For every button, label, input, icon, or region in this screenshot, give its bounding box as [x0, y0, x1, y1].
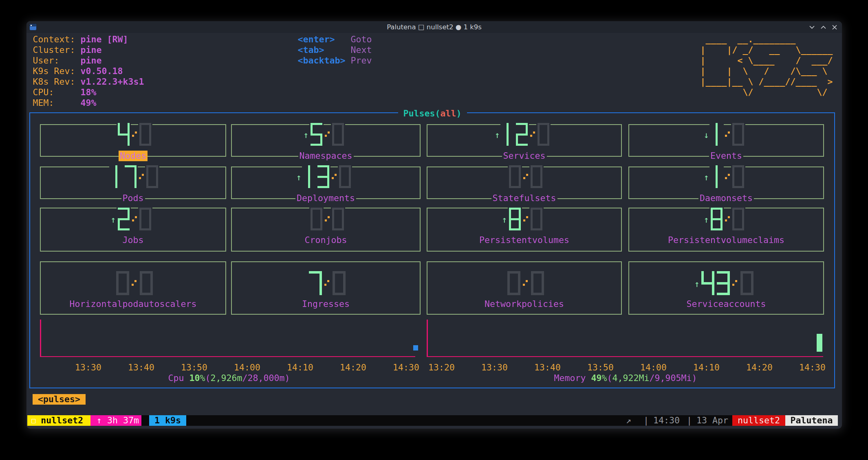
time-tick: 13:50	[587, 362, 614, 373]
tmux-window-name: 1 k9s	[154, 415, 181, 426]
chart-x-axis	[40, 356, 415, 357]
chart-y-axis	[427, 320, 428, 357]
digit-0	[309, 208, 324, 230]
digit-0	[138, 123, 152, 146]
tmux-session-segment[interactable]: □ nullset2	[27, 415, 90, 426]
menu-action: Next	[350, 45, 372, 55]
window-title: Palutena □ nullset2 ● 1 k9s	[387, 23, 482, 31]
tile-label-services[interactable]: Services	[502, 151, 547, 161]
separator-dot	[328, 131, 330, 134]
trend-up-icon: ↑	[304, 130, 309, 140]
memory-usage-bar	[817, 334, 822, 352]
digit-4	[700, 271, 716, 295]
pulses-title-prefix: Pulses(	[403, 108, 441, 119]
cluster-info-row: K8s Rev:v1.22.3+k3s1	[33, 77, 144, 87]
trend-down-icon: ↓	[704, 130, 709, 140]
digit-0	[530, 271, 545, 295]
time-tick: 14:30	[799, 362, 826, 373]
menu-key[interactable]: <tab>	[297, 45, 324, 55]
time-tick: 14:00	[234, 362, 260, 373]
uptime-arrow-icon: ↑	[97, 415, 102, 426]
chart-x-axis	[427, 356, 823, 357]
breadcrumb-text: <pulses>	[38, 394, 80, 405]
digit-0	[138, 208, 152, 230]
tile-label-cronjobs[interactable]: Cronjobs	[304, 235, 348, 245]
digit-3	[316, 165, 330, 188]
memory-chart-title: Memory 49%(4,922Mi/9,905Mi)	[554, 373, 697, 383]
menu-action: Goto	[350, 34, 372, 45]
tile-label-ingresses[interactable]: Ingresses	[301, 299, 351, 309]
separator-dot	[530, 135, 532, 137]
window-controls	[809, 21, 837, 33]
tmux-host-session-segment: nullset2	[732, 415, 785, 426]
menu-key[interactable]: <backtab>	[297, 55, 345, 66]
digit-0	[508, 165, 522, 188]
tile-label-statefulsets[interactable]: Statefulsets	[491, 193, 557, 204]
time-tick: 14:10	[693, 362, 720, 373]
digit-7	[123, 165, 138, 188]
tile-label-networkpolicies[interactable]: Networkpolicies	[483, 299, 565, 309]
breadcrumb-pulses[interactable]: <pulses>	[33, 394, 86, 405]
time-tick: 13:30	[75, 362, 101, 373]
digit-0	[731, 123, 745, 146]
separator-dot	[135, 131, 137, 134]
trend-up-icon: ↑	[704, 215, 709, 225]
tile-label-persistentvolumeclaims[interactable]: Persistentvolumeclaims	[667, 235, 786, 245]
digit-0	[331, 123, 345, 146]
time-tick: 14:30	[393, 362, 419, 373]
digit-0	[731, 208, 745, 230]
digit-0	[506, 271, 522, 295]
minimize-icon[interactable]	[809, 26, 815, 29]
tmux-uptime-segment: ↑3h 37m	[90, 415, 141, 426]
digit-0	[731, 165, 745, 188]
digit-0	[331, 208, 345, 230]
cluster-info-value: v0.50.18	[80, 66, 123, 76]
separator-dot	[135, 216, 137, 218]
separator-dot	[325, 219, 327, 221]
tile-label-namespaces[interactable]: Namespaces	[298, 151, 354, 161]
terminal-app-icon	[29, 24, 37, 32]
separator-dot	[324, 284, 326, 286]
trend-up-icon: ↑	[502, 215, 507, 225]
tmux-hostname-segment: Palutena	[785, 415, 838, 426]
tile-label-events[interactable]: Events	[709, 151, 743, 161]
digit-1	[109, 165, 123, 188]
cluster-info-label: K8s Rev:	[33, 77, 80, 87]
network-arrow-icon: ↗	[626, 415, 631, 426]
separator-dot	[526, 174, 528, 176]
tile-label-deployments[interactable]: Deployments	[295, 193, 356, 204]
trend-up-icon: ↑	[296, 172, 302, 183]
separator-dot	[132, 219, 134, 221]
tile-label-horizontalpodautoscalers[interactable]: Horizontalpodautoscalers	[68, 299, 198, 309]
tile-label-jobs[interactable]: Jobs	[121, 235, 145, 245]
time-tick: 14:20	[746, 362, 773, 373]
pulses-title-scope: all	[441, 108, 456, 119]
cluster-info-row: CPU:18%	[33, 87, 96, 98]
k9s-logo: ____ __.________ | |/ _/ __ \______ | < …	[700, 34, 833, 98]
separator-dot	[332, 177, 334, 179]
time-tick: 14:00	[640, 362, 667, 373]
close-icon[interactable]	[832, 25, 837, 30]
trend-up-icon: ↑	[495, 130, 500, 140]
tile-label-pods[interactable]: Pods	[121, 193, 145, 204]
tmux-window-segment[interactable]: 1 k9s	[149, 415, 186, 426]
tile-label-daemonsets[interactable]: Daemonsets	[698, 193, 754, 204]
cluster-info-value: v1.22.3+k3s1	[80, 77, 144, 87]
tile-label-persistentvolumes[interactable]: Persistentvolumes	[478, 235, 571, 245]
separator-dot	[523, 177, 525, 179]
window-titlebar[interactable]: Palutena □ nullset2 ● 1 k9s	[26, 21, 842, 33]
cluster-info-row: MEM:49%	[33, 98, 96, 108]
maximize-icon[interactable]	[821, 26, 826, 29]
digit-0	[115, 271, 130, 295]
separator-dot	[132, 284, 134, 286]
menu-key[interactable]: <enter>	[297, 34, 335, 45]
separator-dot	[325, 135, 327, 137]
tile-label-nodes[interactable]: Nodes	[119, 151, 148, 161]
separator-dot	[725, 177, 727, 179]
cpu-chart-title: Cpu 10%(2,926m/28,000m)	[168, 373, 290, 383]
cluster-info-label: Context:	[33, 34, 80, 45]
cpu-usage-bar	[413, 345, 418, 350]
statusbar-separator-1: |	[643, 415, 649, 426]
cluster-info-row: Cluster:pine	[33, 45, 101, 55]
tile-label-serviceaccounts[interactable]: Serviceaccounts	[685, 299, 767, 309]
